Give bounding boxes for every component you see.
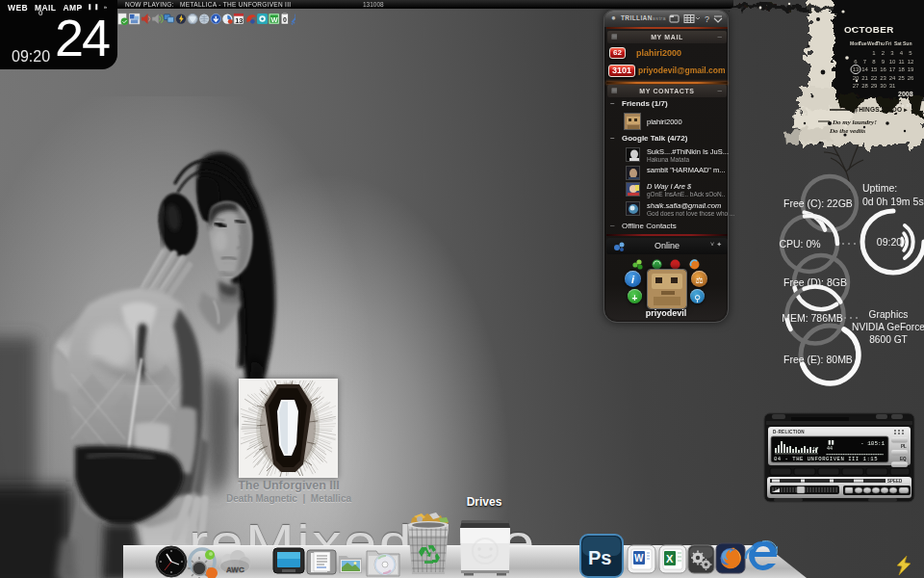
svg-text:19: 19: [908, 66, 914, 72]
svg-text:09:20: 09:20: [877, 236, 902, 248]
svg-text:SPEED: SPEED: [887, 479, 903, 484]
svg-text:14: 14: [861, 66, 868, 72]
svg-text:13: 13: [853, 66, 860, 72]
svg-text:2008: 2008: [898, 91, 913, 97]
svg-text:Free (E): 80MB: Free (E): 80MB: [783, 354, 853, 365]
svg-text:15: 15: [871, 66, 878, 72]
svg-text:Fri: Fri: [886, 40, 892, 46]
svg-text:10: 10: [889, 59, 896, 65]
svg-text:OCTOBER: OCTOBER: [844, 24, 894, 35]
svg-text:CPU: 0%: CPU: 0%: [779, 238, 820, 250]
svg-text:W: W: [634, 553, 644, 564]
svg-text:12: 12: [908, 59, 914, 65]
svg-text:23: 23: [880, 75, 886, 81]
svg-text:11: 11: [898, 59, 905, 65]
svg-text:30: 30: [880, 83, 886, 89]
svg-text:27: 27: [853, 83, 860, 89]
svg-text:Tue: Tue: [859, 40, 867, 46]
svg-text:17: 17: [812, 446, 819, 453]
svg-text:Ps: Ps: [588, 547, 611, 568]
svg-text:Free (D): 8GB: Free (D): 8GB: [783, 276, 847, 288]
svg-text:28: 28: [861, 83, 868, 89]
svg-text:04 - THE UNFORGIVEN III 1:15: 04 - THE UNFORGIVEN III 1:15: [774, 456, 878, 462]
svg-text:13: 13: [235, 16, 243, 25]
svg-text:EQ: EQ: [900, 457, 907, 461]
svg-text:16: 16: [880, 66, 886, 72]
svg-text:?: ?: [705, 14, 709, 24]
svg-text:29: 29: [871, 83, 878, 89]
svg-text:Sun: Sun: [903, 40, 911, 46]
svg-text:24: 24: [889, 75, 896, 81]
svg-text:▮▮: ▮▮: [828, 439, 834, 446]
svg-text:Do the vedits: Do the vedits: [829, 127, 866, 135]
svg-text:26: 26: [908, 75, 914, 81]
svg-text:0: 0: [283, 16, 287, 23]
svg-text:PL: PL: [901, 444, 907, 449]
svg-text:0d 0h 19m 5s: 0d 0h 19m 5s: [862, 196, 924, 207]
svg-text:Sat: Sat: [894, 40, 902, 46]
svg-text:AWC: AWC: [226, 565, 244, 574]
svg-text:Graphics: Graphics: [869, 309, 909, 320]
svg-text:25: 25: [898, 75, 905, 81]
svg-text:Uptime:: Uptime:: [862, 182, 897, 194]
svg-text:D-RELICTION: D-RELICTION: [773, 430, 805, 434]
svg-text:44: 44: [827, 446, 833, 452]
svg-text:W: W: [270, 15, 278, 24]
svg-text:MEM: 786MB: MEM: 786MB: [782, 312, 843, 324]
svg-text:- 105:1: - 105:1: [860, 440, 886, 447]
svg-text:NVIDIA GeForce: NVIDIA GeForce: [852, 322, 924, 332]
svg-text:Do my laundry!: Do my laundry!: [832, 118, 877, 126]
svg-text:22: 22: [871, 75, 878, 81]
svg-text:8600 GT: 8600 GT: [869, 334, 908, 345]
svg-text:21: 21: [861, 75, 868, 81]
svg-text:17: 17: [889, 66, 896, 72]
svg-text:Thu: Thu: [876, 40, 885, 46]
svg-text:Free (C): 22GB: Free (C): 22GB: [783, 197, 853, 209]
svg-text:X: X: [666, 553, 674, 565]
svg-text:31: 31: [889, 83, 896, 89]
svg-text:20: 20: [853, 75, 860, 81]
svg-text:THINGS TO DO ▸: THINGS TO DO ▸: [855, 106, 908, 113]
svg-text:18: 18: [898, 66, 905, 72]
